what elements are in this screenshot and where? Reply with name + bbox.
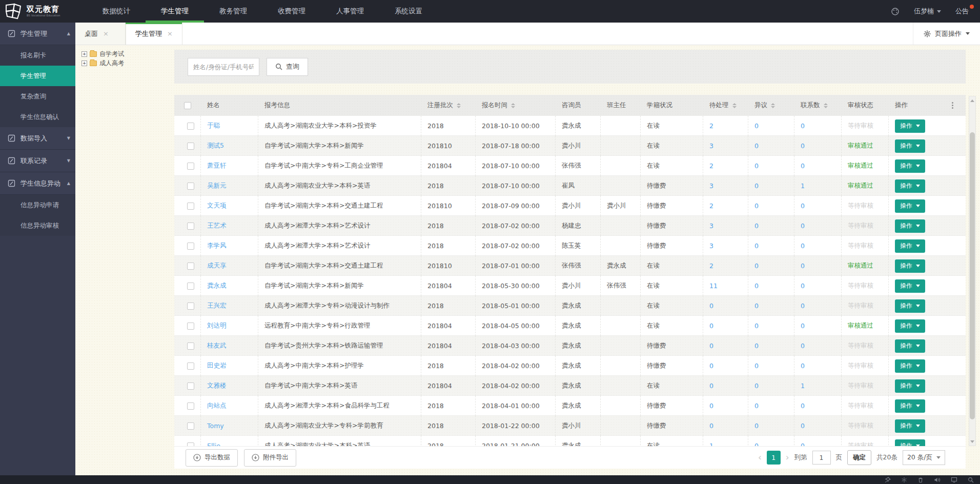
objection-count-link[interactable]: 0 <box>754 282 759 290</box>
magnifier-icon[interactable] <box>968 477 974 483</box>
sort-icon[interactable] <box>771 103 775 108</box>
row-checkbox[interactable] <box>187 283 194 290</box>
page-actions-menu[interactable]: 页面操作 <box>913 23 980 45</box>
column-header[interactable]: 待处理 <box>703 95 748 116</box>
objection-count-link[interactable]: 0 <box>754 362 759 370</box>
objection-count-link[interactable]: 0 <box>754 142 759 150</box>
contact-count-link[interactable]: 0 <box>801 302 805 310</box>
objection-count-link[interactable]: 0 <box>754 222 759 230</box>
student-name-link[interactable]: 向站点 <box>207 401 227 410</box>
student-name-link[interactable]: 吴新元 <box>207 182 227 190</box>
pending-count-link[interactable]: 11 <box>709 282 718 290</box>
row-action-button[interactable]: 操作 <box>895 379 925 393</box>
student-name-link[interactable]: 文雅楼 <box>207 381 227 390</box>
row-checkbox[interactable] <box>187 402 194 410</box>
row-action-button[interactable]: 操作 <box>895 339 925 353</box>
top-nav-item[interactable]: 系统设置 <box>379 0 438 23</box>
contact-count-link[interactable]: 0 <box>801 262 805 270</box>
top-nav-item[interactable]: 数据统计 <box>87 0 146 23</box>
contact-count-link[interactable]: 1 <box>801 182 805 190</box>
export-data-button[interactable]: 导出数据 <box>186 449 238 467</box>
sort-icon[interactable] <box>732 103 737 108</box>
column-header[interactable]: 学籍状况 <box>641 95 703 116</box>
pending-count-link[interactable]: 0 <box>709 362 713 370</box>
user-menu[interactable]: 伍梦楠 <box>914 7 941 16</box>
objection-count-link[interactable]: 0 <box>754 182 759 190</box>
row-checkbox[interactable] <box>187 123 194 130</box>
confirm-page-button[interactable]: 确定 <box>847 450 871 465</box>
sidebar-item[interactable]: 学生信息异动 ▲ <box>0 172 75 195</box>
table-scrollbar[interactable] <box>969 96 976 446</box>
objection-count-link[interactable]: 0 <box>754 242 759 250</box>
sort-icon[interactable] <box>457 103 461 108</box>
column-header[interactable]: 审核状态 <box>842 95 889 116</box>
window-icon[interactable] <box>951 477 957 483</box>
goto-page-input[interactable] <box>812 451 831 465</box>
row-action-button[interactable]: 操作 <box>895 179 925 193</box>
sidebar-item[interactable]: 学生管理 ▲ <box>0 23 75 45</box>
row-checkbox[interactable] <box>187 342 194 350</box>
objection-count-link[interactable]: 0 <box>754 382 759 390</box>
student-name-link[interactable]: 成天享 <box>207 261 227 270</box>
row-action-button[interactable]: 操作 <box>895 219 925 233</box>
objection-count-link[interactable]: 0 <box>754 402 759 410</box>
contact-count-link[interactable]: 0 <box>801 242 805 250</box>
row-checkbox[interactable] <box>187 263 194 270</box>
row-action-button[interactable]: 操作 <box>895 119 925 133</box>
student-name-link[interactable]: 桂友武 <box>207 341 227 350</box>
scroll-down-icon[interactable] <box>969 438 975 445</box>
row-checkbox[interactable] <box>187 203 194 210</box>
column-header[interactable]: 姓名 <box>201 95 258 116</box>
top-nav-item[interactable]: 教务管理 <box>204 0 262 23</box>
tree-node[interactable]: + 自学考试 <box>81 49 174 58</box>
student-name-link[interactable]: 于聪 <box>207 122 220 130</box>
content-tab[interactable]: 桌面 × <box>75 23 126 45</box>
column-header[interactable]: 注册批次 <box>421 95 476 116</box>
theme-icon[interactable] <box>891 7 900 16</box>
contact-count-link[interactable]: 0 <box>801 142 805 150</box>
expand-icon[interactable]: + <box>81 60 87 66</box>
top-nav-item[interactable]: 收费管理 <box>262 0 321 23</box>
pending-count-link[interactable]: 1 <box>709 442 713 446</box>
objection-count-link[interactable]: 0 <box>754 342 759 350</box>
student-name-link[interactable]: 王艺术 <box>207 221 227 230</box>
row-checkbox[interactable] <box>187 442 194 447</box>
row-action-button[interactable]: 操作 <box>895 139 925 153</box>
student-name-link[interactable]: 萧亚轩 <box>207 162 227 170</box>
row-checkbox[interactable] <box>187 183 194 190</box>
row-checkbox[interactable] <box>187 163 194 170</box>
objection-count-link[interactable]: 0 <box>754 202 759 210</box>
student-name-link[interactable]: 李学风 <box>207 241 227 250</box>
objection-count-link[interactable]: 0 <box>754 122 759 130</box>
column-header[interactable]: 咨询员 <box>556 95 601 116</box>
pending-count-link[interactable]: 2 <box>709 122 713 130</box>
objection-count-link[interactable]: 0 <box>754 322 759 330</box>
student-name-link[interactable]: 测试5 <box>207 142 224 150</box>
content-tab[interactable]: 学生管理 × <box>126 23 182 45</box>
scroll-up-icon[interactable] <box>969 97 975 104</box>
column-header[interactable]: 异议 <box>748 95 794 116</box>
student-name-link[interactable]: 龚永成 <box>207 281 227 290</box>
objection-count-link[interactable]: 0 <box>754 262 759 270</box>
column-header[interactable]: 班主任 <box>601 95 641 116</box>
query-button[interactable]: 查询 <box>267 58 308 76</box>
row-action-button[interactable]: 操作 <box>895 259 925 273</box>
contact-count-link[interactable]: 0 <box>801 122 805 130</box>
pending-count-link[interactable]: 3 <box>709 182 713 190</box>
pending-count-link[interactable]: 3 <box>709 142 713 150</box>
sidebar-item[interactable]: 报名刷卡 <box>0 45 75 66</box>
top-nav-item[interactable]: 人事管理 <box>321 0 379 23</box>
column-settings-icon[interactable] <box>942 102 966 109</box>
contact-count-link[interactable]: 0 <box>801 202 805 210</box>
export-attachments-button[interactable]: 附件导出 <box>244 449 296 467</box>
current-page-button[interactable]: 1 <box>767 451 781 465</box>
row-action-button[interactable]: 操作 <box>895 159 925 173</box>
sidebar-item[interactable]: 数据导入 ▼ <box>0 127 75 150</box>
contact-count-link[interactable]: 0 <box>801 282 805 290</box>
row-action-button[interactable]: 操作 <box>895 299 925 313</box>
contact-count-link[interactable]: 0 <box>801 162 805 170</box>
student-name-link[interactable]: Tomy <box>207 422 224 430</box>
contact-count-link[interactable]: 0 <box>801 402 805 410</box>
student-name-link[interactable]: Ellie <box>207 442 220 446</box>
next-page-button[interactable]: › <box>786 453 789 462</box>
